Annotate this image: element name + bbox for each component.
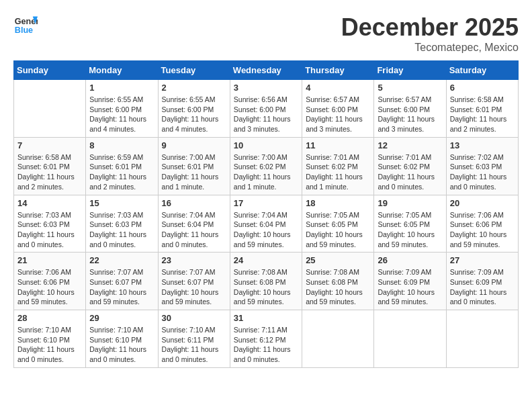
day-number: 27 xyxy=(450,255,515,265)
day-number: 25 xyxy=(306,255,370,265)
day-number: 5 xyxy=(378,83,442,93)
day-number: 20 xyxy=(450,198,515,208)
weekday-header-tuesday: Tuesday xyxy=(158,61,230,80)
day-number: 14 xyxy=(17,198,82,208)
day-info: Sunrise: 7:07 AMSunset: 6:07 PMDaylight:… xyxy=(162,267,226,307)
calendar-cell: 13Sunrise: 7:02 AMSunset: 6:03 PMDayligh… xyxy=(446,137,518,195)
day-number: 1 xyxy=(89,83,154,93)
weekday-header-thursday: Thursday xyxy=(302,61,374,80)
calendar-cell: 4Sunrise: 6:57 AMSunset: 6:00 PMDaylight… xyxy=(302,80,374,138)
calendar-cell: 8Sunrise: 6:59 AMSunset: 6:01 PMDaylight… xyxy=(86,137,158,195)
day-info: Sunrise: 7:08 AMSunset: 6:08 PMDaylight:… xyxy=(306,267,370,307)
logo-icon: General Blue xyxy=(13,13,38,38)
day-info: Sunrise: 6:58 AMSunset: 6:01 PMDaylight:… xyxy=(450,95,515,134)
day-number: 15 xyxy=(89,198,154,208)
day-number: 28 xyxy=(17,313,82,323)
day-number: 24 xyxy=(234,255,298,265)
calendar-cell: 19Sunrise: 7:05 AMSunset: 6:05 PMDayligh… xyxy=(374,195,446,253)
calendar-cell: 22Sunrise: 7:07 AMSunset: 6:07 PMDayligh… xyxy=(86,253,158,310)
calendar-cell: 9Sunrise: 7:00 AMSunset: 6:01 PMDaylight… xyxy=(158,137,230,195)
day-info: Sunrise: 7:10 AMSunset: 6:10 PMDaylight:… xyxy=(89,325,154,365)
calendar-cell: 25Sunrise: 7:08 AMSunset: 6:08 PMDayligh… xyxy=(302,253,374,310)
day-number: 30 xyxy=(162,313,226,323)
calendar-cell: 28Sunrise: 7:10 AMSunset: 6:10 PMDayligh… xyxy=(14,310,86,368)
day-info: Sunrise: 6:57 AMSunset: 6:00 PMDaylight:… xyxy=(378,95,442,134)
day-number: 11 xyxy=(306,140,370,150)
calendar-week-5: 28Sunrise: 7:10 AMSunset: 6:10 PMDayligh… xyxy=(14,310,519,368)
day-number: 18 xyxy=(306,198,370,208)
weekday-header-saturday: Saturday xyxy=(446,61,518,80)
calendar-cell: 30Sunrise: 7:10 AMSunset: 6:11 PMDayligh… xyxy=(158,310,230,368)
day-info: Sunrise: 7:10 AMSunset: 6:10 PMDaylight:… xyxy=(17,325,82,365)
calendar-cell: 17Sunrise: 7:04 AMSunset: 6:04 PMDayligh… xyxy=(230,195,302,253)
day-info: Sunrise: 7:04 AMSunset: 6:04 PMDaylight:… xyxy=(234,210,298,250)
calendar-cell: 6Sunrise: 6:58 AMSunset: 6:01 PMDaylight… xyxy=(446,80,518,138)
day-number: 2 xyxy=(162,83,226,93)
weekday-header-row: SundayMondayTuesdayWednesdayThursdayFrid… xyxy=(14,61,519,80)
day-info: Sunrise: 7:11 AMSunset: 6:12 PMDaylight:… xyxy=(234,325,298,365)
day-info: Sunrise: 7:00 AMSunset: 6:02 PMDaylight:… xyxy=(234,152,298,192)
calendar-cell: 12Sunrise: 7:01 AMSunset: 6:02 PMDayligh… xyxy=(374,137,446,195)
calendar-cell: 20Sunrise: 7:06 AMSunset: 6:06 PMDayligh… xyxy=(446,195,518,253)
day-info: Sunrise: 7:00 AMSunset: 6:01 PMDaylight:… xyxy=(162,152,226,192)
day-info: Sunrise: 7:09 AMSunset: 6:09 PMDaylight:… xyxy=(450,267,515,307)
day-info: Sunrise: 7:01 AMSunset: 6:02 PMDaylight:… xyxy=(378,152,442,192)
weekday-header-sunday: Sunday xyxy=(14,61,86,80)
day-info: Sunrise: 7:06 AMSunset: 6:06 PMDaylight:… xyxy=(450,210,515,250)
weekday-header-wednesday: Wednesday xyxy=(230,61,302,80)
day-info: Sunrise: 7:07 AMSunset: 6:07 PMDaylight:… xyxy=(89,267,154,307)
svg-text:Blue: Blue xyxy=(15,26,33,35)
calendar-cell: 7Sunrise: 6:58 AMSunset: 6:01 PMDaylight… xyxy=(14,137,86,195)
calendar-cell: 26Sunrise: 7:09 AMSunset: 6:09 PMDayligh… xyxy=(374,253,446,310)
calendar-cell: 2Sunrise: 6:55 AMSunset: 6:00 PMDaylight… xyxy=(158,80,230,138)
day-info: Sunrise: 6:55 AMSunset: 6:00 PMDaylight:… xyxy=(162,95,226,134)
day-info: Sunrise: 7:01 AMSunset: 6:02 PMDaylight:… xyxy=(306,152,370,192)
calendar-cell xyxy=(302,310,374,368)
calendar-cell: 1Sunrise: 6:55 AMSunset: 6:00 PMDaylight… xyxy=(86,80,158,138)
day-number: 31 xyxy=(234,313,298,323)
day-number: 7 xyxy=(17,140,82,150)
day-number: 19 xyxy=(378,198,442,208)
day-info: Sunrise: 6:56 AMSunset: 6:00 PMDaylight:… xyxy=(234,95,298,134)
calendar-cell: 10Sunrise: 7:00 AMSunset: 6:02 PMDayligh… xyxy=(230,137,302,195)
calendar-week-4: 21Sunrise: 7:06 AMSunset: 6:06 PMDayligh… xyxy=(14,253,519,310)
calendar-cell xyxy=(374,310,446,368)
calendar-cell: 31Sunrise: 7:11 AMSunset: 6:12 PMDayligh… xyxy=(230,310,302,368)
calendar-cell: 23Sunrise: 7:07 AMSunset: 6:07 PMDayligh… xyxy=(158,253,230,310)
title-area: December 2025 Tecomatepec, Mexico xyxy=(341,13,519,54)
calendar-cell xyxy=(14,80,86,138)
calendar-cell: 29Sunrise: 7:10 AMSunset: 6:10 PMDayligh… xyxy=(86,310,158,368)
day-number: 17 xyxy=(234,198,298,208)
day-number: 8 xyxy=(89,140,154,150)
calendar-cell xyxy=(446,310,518,368)
day-number: 10 xyxy=(234,140,298,150)
day-info: Sunrise: 6:55 AMSunset: 6:00 PMDaylight:… xyxy=(89,95,154,134)
calendar-cell: 14Sunrise: 7:03 AMSunset: 6:03 PMDayligh… xyxy=(14,195,86,253)
logo: General Blue xyxy=(13,13,38,38)
day-info: Sunrise: 7:06 AMSunset: 6:06 PMDaylight:… xyxy=(17,267,82,307)
day-info: Sunrise: 7:04 AMSunset: 6:04 PMDaylight:… xyxy=(162,210,226,250)
header: General Blue December 2025 Tecomatepec, … xyxy=(13,13,519,54)
day-number: 6 xyxy=(450,83,515,93)
month-title: December 2025 xyxy=(341,13,519,42)
day-number: 9 xyxy=(162,140,226,150)
day-info: Sunrise: 7:05 AMSunset: 6:05 PMDaylight:… xyxy=(306,210,370,250)
day-info: Sunrise: 7:08 AMSunset: 6:08 PMDaylight:… xyxy=(234,267,298,307)
calendar-cell: 16Sunrise: 7:04 AMSunset: 6:04 PMDayligh… xyxy=(158,195,230,253)
day-info: Sunrise: 7:03 AMSunset: 6:03 PMDaylight:… xyxy=(89,210,154,250)
calendar-cell: 5Sunrise: 6:57 AMSunset: 6:00 PMDaylight… xyxy=(374,80,446,138)
day-number: 13 xyxy=(450,140,515,150)
calendar-week-2: 7Sunrise: 6:58 AMSunset: 6:01 PMDaylight… xyxy=(14,137,519,195)
calendar-cell: 3Sunrise: 6:56 AMSunset: 6:00 PMDaylight… xyxy=(230,80,302,138)
day-info: Sunrise: 7:09 AMSunset: 6:09 PMDaylight:… xyxy=(378,267,442,307)
calendar-cell: 15Sunrise: 7:03 AMSunset: 6:03 PMDayligh… xyxy=(86,195,158,253)
day-number: 4 xyxy=(306,83,370,93)
weekday-header-monday: Monday xyxy=(86,61,158,80)
calendar-week-1: 1Sunrise: 6:55 AMSunset: 6:00 PMDaylight… xyxy=(14,80,519,138)
day-info: Sunrise: 7:05 AMSunset: 6:05 PMDaylight:… xyxy=(378,210,442,250)
calendar-cell: 11Sunrise: 7:01 AMSunset: 6:02 PMDayligh… xyxy=(302,137,374,195)
day-info: Sunrise: 7:02 AMSunset: 6:03 PMDaylight:… xyxy=(450,152,515,192)
day-number: 22 xyxy=(89,255,154,265)
day-info: Sunrise: 6:57 AMSunset: 6:00 PMDaylight:… xyxy=(306,95,370,134)
calendar-week-3: 14Sunrise: 7:03 AMSunset: 6:03 PMDayligh… xyxy=(14,195,519,253)
